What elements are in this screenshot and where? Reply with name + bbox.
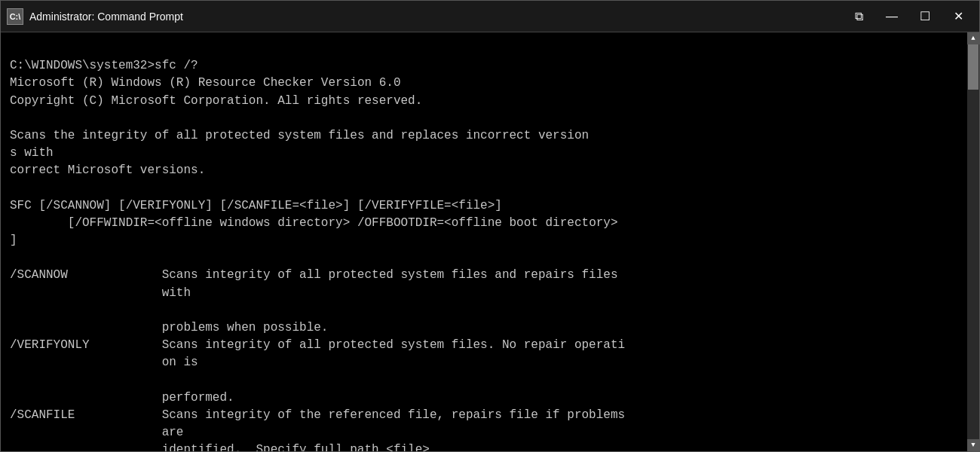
scanfile-label: /SCANFILE: [10, 407, 133, 424]
verifyonly-spacer2: [10, 389, 133, 407]
window-title: Administrator: Command Prompt: [29, 11, 183, 23]
maximize-button[interactable]: ☐: [910, 5, 940, 28]
scanfile-desc2: are: [162, 426, 184, 439]
line1: Microsoft (R) Windows (R) Resource Check…: [10, 76, 400, 90]
scanfile-desc1: Scans integrity of the referenced file, …: [162, 408, 626, 422]
scannow-label: /SCANNOW: [10, 267, 133, 284]
minimize-button[interactable]: —: [877, 5, 907, 28]
scannow-desc3: with: [162, 286, 191, 300]
line5: s with: [10, 146, 54, 160]
verifyonly-desc1: Scans integrity of all protected system …: [162, 338, 626, 352]
cmd-window: C:\ Administrator: Command Prompt ⧉ — ☐ …: [0, 0, 980, 452]
line9: [/OFFWINDIR=<offline windows directory> …: [10, 216, 618, 230]
verifyonly-spacer: [10, 354, 133, 371]
cmd-icon: C:\: [7, 8, 23, 25]
terminal-output: C:\WINDOWS\system32>sfc /? Microsoft (R)…: [1, 32, 967, 451]
scrollbar-track[interactable]: [967, 44, 979, 439]
title-bar: C:\ Administrator: Command Prompt ⧉ — ☐ …: [1, 1, 979, 32]
scroll-down-arrow[interactable]: ▼: [967, 439, 979, 451]
line10: ]: [10, 234, 17, 247]
scroll-up-arrow[interactable]: ▲: [967, 32, 979, 44]
line6: correct Microsoft versions.: [10, 163, 205, 177]
cmd-icon-text: C:\: [10, 12, 21, 21]
title-bar-left: C:\ Administrator: Command Prompt: [7, 8, 183, 25]
scanfile-spacer: [10, 424, 133, 441]
scanfile-desc3: identified. Specify full path <file>: [162, 443, 430, 451]
taskbar-icon-btn[interactable]: ⧉: [844, 5, 874, 28]
close-button[interactable]: ✕: [943, 5, 973, 28]
scannow-desc2: [10, 285, 133, 302]
line4: Scans the integrity of all protected sys…: [10, 129, 589, 142]
line8: SFC [/SCANNOW] [/VERIFYONLY] [/SCANFILE=…: [10, 199, 502, 212]
verifyonly-desc2: on is: [162, 356, 198, 369]
verifyonly-desc3: performed.: [162, 391, 234, 405]
scannow-desc4: [10, 319, 133, 337]
scrollbar[interactable]: ▲ ▼: [967, 32, 979, 451]
scannow-desc1: Scans integrity of all protected system …: [162, 268, 618, 282]
verifyonly-label: /VERIFYONLY: [10, 337, 133, 354]
scanfile-spacer2: [10, 441, 133, 451]
scrollbar-thumb[interactable]: [968, 44, 978, 90]
window-body: C:\WINDOWS\system32>sfc /? Microsoft (R)…: [1, 32, 979, 451]
line2: Copyright (C) Microsoft Corporation. All…: [10, 94, 422, 108]
prompt-line: C:\WINDOWS\system32>sfc /?: [10, 59, 198, 72]
scannow-desc5: problems when possible.: [162, 321, 329, 334]
window-controls: ⧉ — ☐ ✕: [844, 5, 973, 28]
